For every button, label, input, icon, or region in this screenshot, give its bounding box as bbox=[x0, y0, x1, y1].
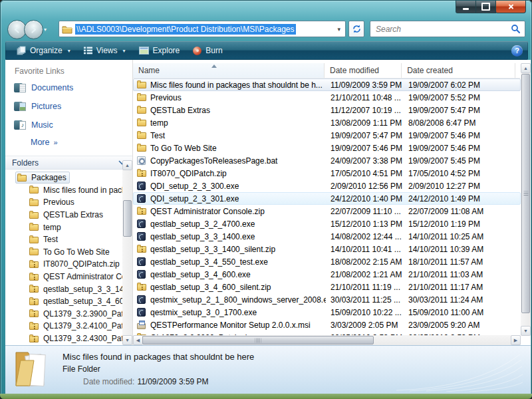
window-controls bbox=[456, 1, 526, 13]
tree-item-ql1379-3-2-4300-patch-z[interactable]: QL1379_3.2.4300_Patch.z bbox=[5, 332, 132, 345]
tree-scrollbar-thumb[interactable] bbox=[123, 200, 132, 237]
tree-item-label: Packages bbox=[31, 173, 66, 182]
address-bar[interactable]: \\ADLS0003\Development\Product Distribut… bbox=[59, 21, 346, 37]
tree-item-temp[interactable]: temp bbox=[5, 221, 132, 233]
folders-header: Folders bbox=[12, 158, 39, 168]
tree-item-ql1379-3-2-3900-patch-z[interactable]: QL1379_3.2.3900_Patch.z bbox=[5, 308, 132, 321]
zip-icon bbox=[29, 322, 39, 331]
table-row[interactable]: QEST Administrator Console.zip 22/07/200… bbox=[133, 205, 521, 217]
organize-label: Organize bbox=[30, 46, 63, 55]
scroll-up-button[interactable]: ▲ bbox=[521, 63, 531, 73]
tree-item-to-go-to-web-site[interactable]: To Go To Web Site bbox=[5, 246, 132, 259]
tree-item-test[interactable]: Test bbox=[5, 233, 132, 246]
zip-icon bbox=[29, 334, 39, 343]
scroll-down-button[interactable]: ▼ bbox=[521, 326, 531, 336]
favorite-link-label: Documents bbox=[31, 83, 73, 92]
more-links[interactable]: More » bbox=[5, 134, 132, 150]
table-row[interactable]: QESTPerformance Monitor Setup 2.0.0.x.ms… bbox=[133, 319, 521, 331]
tree-item-label: Previous bbox=[43, 198, 74, 207]
table-row[interactable]: qestmix_setup_3_0_1700.exe 15/09/2010 10… bbox=[133, 306, 521, 319]
tree-item-qestlab-setup-3-4-600-s[interactable]: qestlab_setup_3_4_600_s bbox=[5, 295, 132, 308]
scroll-down-button[interactable]: ▼ bbox=[122, 335, 132, 345]
date-modified: 19/09/2007 5:46 PM bbox=[326, 144, 404, 153]
scroll-up-button[interactable]: ▲ bbox=[122, 160, 132, 170]
horizontal-scrollbar[interactable]: ◀ ▶ bbox=[133, 335, 521, 345]
help-button[interactable]: ? bbox=[511, 45, 523, 57]
date-modified: 30/03/2011 11:25 ... bbox=[326, 295, 404, 305]
folders-band[interactable]: Folders bbox=[5, 156, 132, 170]
scroll-right-button[interactable]: ▶ bbox=[511, 335, 521, 345]
table-row[interactable]: Misc files found in packages that should… bbox=[133, 78, 521, 91]
search-input[interactable] bbox=[374, 24, 511, 35]
vertical-scrollbar[interactable]: ▲ ▼ bbox=[521, 63, 531, 336]
organize-button[interactable]: Organize ▾ bbox=[11, 43, 76, 58]
vertical-scrollbar-thumb[interactable] bbox=[521, 74, 530, 313]
tree-scrollbar[interactable]: ▲ ▼ bbox=[122, 160, 132, 345]
favorite-link-label: Pictures bbox=[31, 102, 61, 111]
recent-pages-chevron-icon[interactable]: ▾ bbox=[44, 27, 47, 33]
folder-icon bbox=[137, 144, 147, 152]
exe-icon bbox=[137, 232, 147, 241]
explorer-window: ▾ \\ADLS0003\Development\Product Distrib… bbox=[0, 0, 532, 399]
table-row[interactable]: qestlab_setup_3_3_1400.exe 14/08/2002 12… bbox=[133, 230, 521, 243]
table-row[interactable]: To Go To Web Site 19/09/2007 5:46 PM 19/… bbox=[133, 142, 521, 154]
refresh-button[interactable] bbox=[348, 21, 364, 37]
date-modified: 18/08/2002 2:15 AM bbox=[326, 257, 404, 267]
column-header-date-created[interactable]: Date created bbox=[402, 63, 515, 78]
tree-item-qest-administrator-cor[interactable]: QEST Administrator Cor bbox=[5, 271, 132, 283]
table-row[interactable]: qestlab_setup_3_4_600.exe 21/08/2002 1:2… bbox=[133, 268, 521, 281]
explore-button[interactable]: Explore bbox=[133, 43, 186, 58]
file-name: Test bbox=[150, 131, 165, 140]
column-header-date-modified[interactable]: Date modified bbox=[325, 63, 402, 78]
close-button[interactable] bbox=[495, 1, 526, 13]
maximize-button[interactable] bbox=[475, 1, 496, 13]
zip-icon bbox=[29, 297, 39, 306]
table-row[interactable]: qestmix_setup_2_1_800_windows_server_200… bbox=[133, 293, 521, 306]
zip-icon bbox=[137, 207, 147, 215]
date-created: 19/09/2007 5:47 PM bbox=[404, 106, 517, 115]
burn-button[interactable]: Burn bbox=[187, 43, 228, 58]
favorite-link-item[interactable]: Pictures bbox=[5, 97, 132, 116]
organize-icon bbox=[17, 46, 26, 55]
tree-item-packages[interactable]: Packages bbox=[5, 172, 132, 184]
table-row[interactable]: QDI_setup_2_3_300.exe 2/09/2010 12:56 PM… bbox=[133, 180, 521, 192]
zip-icon bbox=[29, 309, 39, 318]
table-row[interactable]: qestlab_setup_3_4_550_test.exe 18/08/200… bbox=[133, 255, 521, 268]
date-modified: 11/12/2007 10:19 ... bbox=[326, 106, 404, 115]
date-created: 15/09/2010 11:00 AM bbox=[404, 308, 517, 317]
table-row[interactable]: qestlab_setup_3_2_4700.exe 15/12/2010 1:… bbox=[133, 217, 521, 230]
thumb-grip bbox=[255, 338, 261, 342]
thumb-grip bbox=[523, 192, 528, 196]
minimize-button[interactable] bbox=[456, 1, 476, 13]
tree-item-qestlab-extras[interactable]: QESTLab Extras bbox=[5, 209, 132, 221]
more-label: More bbox=[31, 138, 49, 147]
exe-icon bbox=[137, 295, 147, 304]
tree-item-ql1379-3-2-4100-patch-z[interactable]: QL1379_3.2.4100_Patch.z bbox=[5, 320, 132, 332]
table-row[interactable]: QDI_setup_2_3_301.exe 24/12/2010 1:40 PM… bbox=[133, 192, 521, 205]
table-row[interactable]: Test 19/09/2007 5:47 PM 19/09/2007 5:46 … bbox=[133, 129, 521, 142]
tree-item-qestlab-setup-3-3-1400[interactable]: qestlab_setup_3_3_1400_ bbox=[5, 283, 132, 295]
favorite-link-item[interactable]: ♪ Music bbox=[5, 116, 132, 134]
address-dropdown-chevron-icon[interactable]: ▾ bbox=[335, 26, 342, 33]
table-row[interactable]: Previous 21/10/2011 10:48 ... 19/09/2007… bbox=[133, 91, 521, 104]
file-name: Previous bbox=[150, 93, 182, 102]
column-header-name[interactable]: Name bbox=[133, 63, 325, 78]
table-row[interactable]: QESTLab Extras 11/12/2007 10:19 ... 19/0… bbox=[133, 104, 521, 116]
forward-button[interactable] bbox=[24, 20, 43, 39]
table-row[interactable]: IT8070_QDIPatch.zip 17/05/2010 4:51 PM 1… bbox=[133, 167, 521, 180]
tree-item-previous[interactable]: Previous bbox=[5, 196, 132, 209]
selected-item-type: File Folder bbox=[63, 364, 100, 374]
horizontal-scrollbar-thumb[interactable] bbox=[142, 336, 374, 344]
tree-item-misc-files-found-in-pack[interactable]: Misc files found in pack bbox=[5, 184, 132, 197]
search-icon bbox=[511, 24, 521, 34]
table-row[interactable]: qestlab_setup_3_4_600_silent.zip 21/10/2… bbox=[133, 281, 521, 293]
date-created: 21/10/2011 11:03 AM bbox=[404, 270, 517, 279]
tree-item-it8070-qdipatch-zip[interactable]: IT8070_QDIPatch.zip bbox=[5, 258, 132, 271]
table-row[interactable]: qestlab_setup_3_3_1400_silent.zip 14/10/… bbox=[133, 243, 521, 255]
scroll-left-button[interactable]: ◀ bbox=[133, 335, 143, 345]
views-button[interactable]: Views ▾ bbox=[78, 43, 132, 58]
table-row[interactable]: CopyPackagesToReleasesPage.bat 24/09/200… bbox=[133, 154, 521, 167]
selected-item-name: Misc files found in packages that should… bbox=[63, 352, 254, 362]
table-row[interactable]: temp 13/08/2009 1:11 PM 8/08/2008 6:47 P… bbox=[133, 116, 521, 129]
favorite-link-item[interactable]: Documents bbox=[5, 78, 132, 97]
